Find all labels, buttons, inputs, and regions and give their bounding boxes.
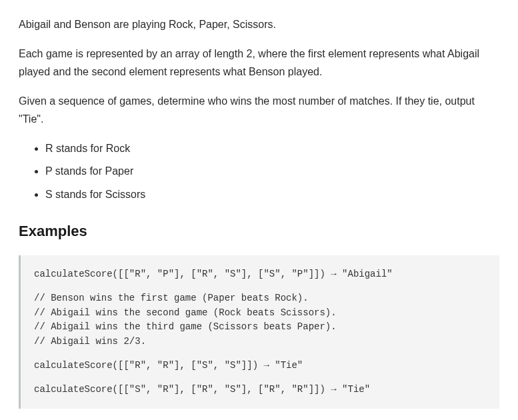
legend-list: R stands for Rock P stands for Paper S s… [19, 140, 499, 203]
examples-heading: Examples [19, 219, 499, 243]
code-comment-4: // Abigail wins 2/3. [34, 335, 486, 349]
code-comment-3: // Abigail wins the third game (Scissors… [34, 320, 486, 335]
code-example-1: calculateScore([["R", "P"], ["R", "S"], … [34, 267, 486, 282]
intro-paragraph-1: Abigail and Benson are playing Rock, Pap… [19, 16, 499, 33]
legend-item-rock: R stands for Rock [45, 140, 499, 157]
code-comment-1: // Benson wins the first game (Paper bea… [34, 291, 486, 306]
code-example-3: calculateScore([["S", "R"], ["R", "S"], … [34, 383, 486, 397]
code-example-2: calculateScore([["R", "R"], ["S", "S"]])… [34, 359, 486, 373]
intro-paragraph-3: Given a sequence of games, determine who… [19, 93, 499, 128]
code-comment-2: // Abigail wins the second game (Rock be… [34, 306, 486, 321]
legend-item-paper: P stands for Paper [45, 163, 499, 180]
intro-paragraph-2: Each game is represented by an array of … [19, 45, 499, 81]
examples-code-block: calculateScore([["R", "P"], ["R", "S"], … [19, 255, 499, 409]
legend-item-scissors: S stands for Scissors [45, 186, 499, 203]
